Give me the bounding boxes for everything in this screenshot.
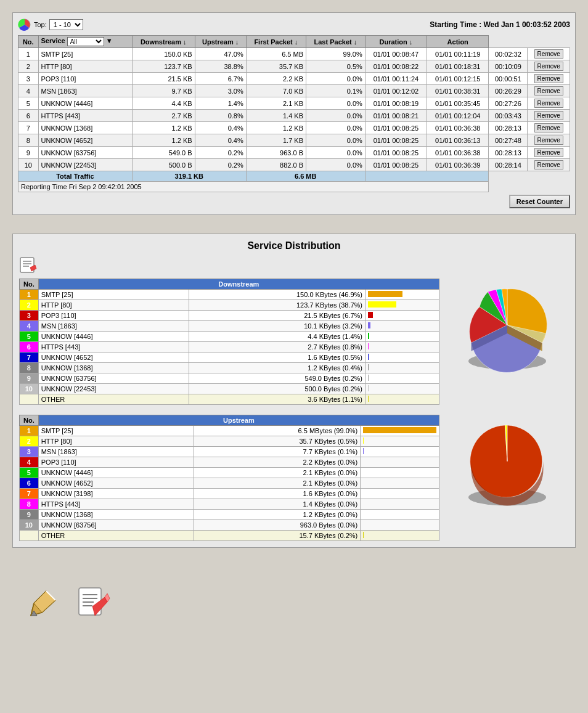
- row-downstream: 4.4 KB: [132, 97, 195, 110]
- row-first-packet: 01/01 00:08:25: [365, 147, 427, 159]
- dist-service: POP3 [110]: [38, 457, 194, 468]
- remove-button[interactable]: Remove: [534, 86, 563, 96]
- dist-no: 8: [20, 363, 39, 373]
- row-action: Remove: [528, 159, 570, 171]
- row-upstream-pct: 0.0%: [306, 110, 365, 122]
- dist-bar: [365, 394, 439, 405]
- remove-button[interactable]: Remove: [534, 74, 563, 83]
- col-last-packet[interactable]: Last Packet ↓: [306, 36, 365, 48]
- dist-service: UNKNOW [4446]: [38, 468, 194, 478]
- table-row: 8 UNKNOW [4652] 1.2 KB 0.4% 1.7 KB 0.0% …: [18, 134, 570, 147]
- starting-time: Starting Time : Wed Jan 1 00:03:52 2003: [430, 20, 570, 29]
- dist-title: Service Distribution: [19, 240, 569, 251]
- downstream-pie-chart: [446, 279, 569, 377]
- row-no: 10: [18, 159, 39, 171]
- dist-bar: [361, 426, 439, 436]
- remove-button[interactable]: Remove: [534, 62, 563, 71]
- row-last-packet: 01/01 00:18:31: [427, 60, 489, 73]
- row-duration: 00:10:09: [489, 60, 528, 73]
- bottom-icon-1[interactable]: [25, 585, 62, 623]
- dist-row: 3 MSN [1863] 7.7 KBytes (0.1%): [20, 447, 439, 457]
- bottom-icons: [12, 566, 576, 642]
- col-no: No.: [18, 36, 39, 48]
- dist-no: 1: [20, 290, 39, 300]
- row-last-packet: 01/01 00:38:31: [427, 85, 489, 97]
- dist-row: 10 UNKNOW [22453] 500.0 Bytes (0.2%): [20, 384, 439, 394]
- bottom-icon-2[interactable]: [74, 585, 111, 623]
- downstream-dist-table: No. Downstream 1 SMTP [25] 150.0 KBytes …: [19, 279, 439, 405]
- dist-row: 2 HTTP [80] 35.7 KBytes (0.5%): [20, 436, 439, 447]
- col-downstream[interactable]: Downstream ↓: [132, 36, 195, 48]
- row-service: UNKNOW [22453]: [38, 159, 132, 171]
- row-service: UNKNOW [4652]: [38, 134, 132, 147]
- col-first-packet[interactable]: First Packet ↓: [246, 36, 306, 48]
- dist-value: 10.1 KBytes (3.2%): [189, 321, 365, 332]
- row-duration: 00:28:13: [489, 147, 528, 159]
- dist-bar: [365, 363, 439, 373]
- col-upstream[interactable]: Upstream ↓: [195, 36, 246, 48]
- row-last-packet: 01/01 00:36:38: [427, 122, 489, 134]
- row-downstream: 2.7 KB: [132, 110, 195, 122]
- row-first-packet: 01/01 00:08:25: [365, 134, 427, 147]
- dist-service: UNKNOW [1368]: [38, 363, 189, 373]
- dist-value: 1.6 KBytes (0.0%): [194, 489, 361, 499]
- dist-value: 549.0 Bytes (0.2%): [189, 373, 365, 384]
- dist-value: 2.1 KBytes (0.0%): [194, 468, 361, 478]
- row-first-packet: 01/01 00:08:25: [365, 122, 427, 134]
- remove-button[interactable]: Remove: [534, 49, 563, 59]
- upstream-pie-svg: [452, 415, 563, 513]
- row-downstream: 150.0 KB: [132, 48, 195, 60]
- dist-row: 6 HTTPS [443] 2.7 KBytes (0.8%): [20, 342, 439, 352]
- dist-service: OTHER: [38, 394, 189, 405]
- dist-value: 500.0 Bytes (0.2%): [189, 384, 365, 394]
- upstream-dist-header: Upstream: [38, 415, 439, 426]
- row-action: Remove: [528, 85, 570, 97]
- row-first-packet: 01/01 00:08:19: [365, 97, 427, 110]
- remove-button[interactable]: Remove: [534, 123, 563, 132]
- col-service[interactable]: Service All ▼: [38, 36, 132, 48]
- row-duration: 00:28:13: [489, 122, 528, 134]
- dist-row: 7 UNKNOW [3198] 1.6 KBytes (0.0%): [20, 489, 439, 499]
- row-last-packet: 01/01 00:12:15: [427, 73, 489, 85]
- table-row: 2 HTTP [80] 123.7 KB 38.8% 35.7 KB 0.5% …: [18, 60, 570, 73]
- row-last-packet: 01/01 00:11:19: [427, 48, 489, 60]
- dist-no: 8: [20, 499, 39, 510]
- row-downstream: 500.0 B: [132, 159, 195, 171]
- row-downstream-pct: 0.4%: [195, 134, 246, 147]
- remove-button[interactable]: Remove: [534, 111, 563, 120]
- top-select[interactable]: 1 - 10 1 - 20: [49, 19, 83, 30]
- dist-bar: [365, 290, 439, 300]
- service-filter[interactable]: All: [67, 37, 104, 46]
- remove-button[interactable]: Remove: [534, 148, 563, 157]
- row-no: 1: [18, 48, 39, 60]
- dist-service: POP3 [110]: [38, 311, 189, 321]
- dist-row: 8 HTTPS [443] 1.4 KBytes (0.0%): [20, 499, 439, 510]
- dist-bar: [365, 342, 439, 352]
- dist-bar: [361, 447, 439, 457]
- reset-counter-button[interactable]: Reset Counter: [509, 195, 570, 208]
- dist-value: 1.6 KBytes (0.5%): [189, 352, 365, 363]
- row-action: Remove: [528, 48, 570, 60]
- dist-no: 10: [20, 384, 39, 394]
- dist-no: 2: [20, 300, 39, 311]
- remove-button[interactable]: Remove: [534, 136, 563, 145]
- remove-button[interactable]: Remove: [534, 99, 563, 108]
- row-duration: 00:27:26: [489, 97, 528, 110]
- row-upstream-pct: 0.0%: [306, 97, 365, 110]
- top-select-wrapper[interactable]: Top: 1 - 10 1 - 20: [18, 18, 83, 31]
- pie-icon: [18, 18, 31, 31]
- col-duration[interactable]: Duration ↓: [365, 36, 427, 48]
- dist-bar: [365, 373, 439, 384]
- dist-row: 6 UNKNOW [4652] 2.1 KBytes (0.0%): [20, 478, 439, 489]
- row-no: 9: [18, 147, 39, 159]
- row-action: Remove: [528, 122, 570, 134]
- row-last-packet: 01/01 00:36:38: [427, 147, 489, 159]
- row-service: HTTPS [443]: [38, 110, 132, 122]
- reset-btn-row: Reset Counter: [18, 192, 570, 210]
- dist-value: 35.7 KBytes (0.5%): [194, 436, 361, 447]
- dist-service: MSN [1863]: [38, 447, 194, 457]
- table-row: 4 MSN [1863] 9.7 KB 3.0% 7.0 KB 0.1% 01/…: [18, 85, 570, 97]
- remove-button[interactable]: Remove: [534, 160, 563, 169]
- dist-bar: [361, 457, 439, 468]
- row-action: Remove: [528, 134, 570, 147]
